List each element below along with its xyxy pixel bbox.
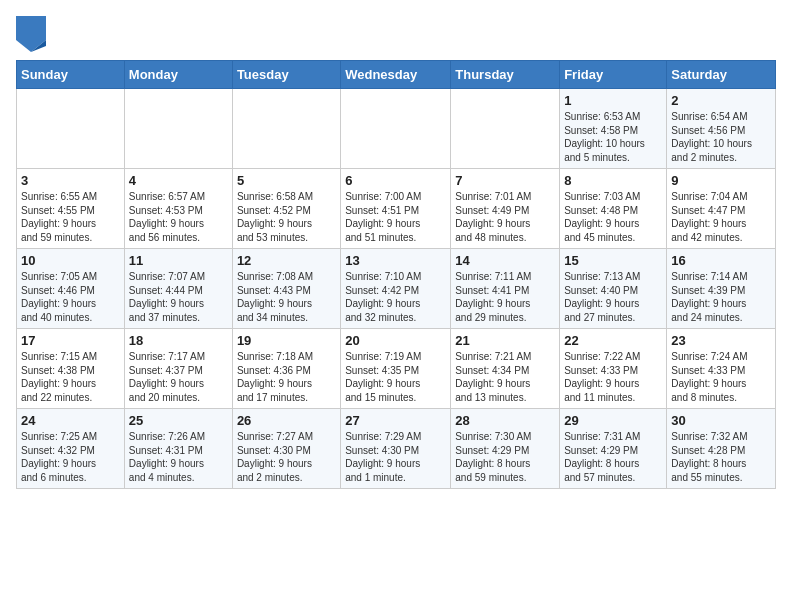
day-info: Sunrise: 7:07 AM Sunset: 4:44 PM Dayligh…: [129, 270, 228, 324]
day-number: 9: [671, 173, 771, 188]
day-number: 30: [671, 413, 771, 428]
day-number: 26: [237, 413, 336, 428]
day-number: 12: [237, 253, 336, 268]
day-cell: [341, 89, 451, 169]
day-number: 22: [564, 333, 662, 348]
day-number: 1: [564, 93, 662, 108]
day-number: 28: [455, 413, 555, 428]
day-cell: 21Sunrise: 7:21 AM Sunset: 4:34 PM Dayli…: [451, 329, 560, 409]
day-cell: 10Sunrise: 7:05 AM Sunset: 4:46 PM Dayli…: [17, 249, 125, 329]
logo: [16, 16, 50, 52]
day-cell: 5Sunrise: 6:58 AM Sunset: 4:52 PM Daylig…: [232, 169, 340, 249]
day-info: Sunrise: 7:22 AM Sunset: 4:33 PM Dayligh…: [564, 350, 662, 404]
day-number: 23: [671, 333, 771, 348]
day-number: 3: [21, 173, 120, 188]
calendar-table: SundayMondayTuesdayWednesdayThursdayFrid…: [16, 60, 776, 489]
day-number: 4: [129, 173, 228, 188]
day-number: 7: [455, 173, 555, 188]
day-info: Sunrise: 7:04 AM Sunset: 4:47 PM Dayligh…: [671, 190, 771, 244]
day-info: Sunrise: 7:26 AM Sunset: 4:31 PM Dayligh…: [129, 430, 228, 484]
calendar-header-row: SundayMondayTuesdayWednesdayThursdayFrid…: [17, 61, 776, 89]
day-number: 13: [345, 253, 446, 268]
day-info: Sunrise: 7:17 AM Sunset: 4:37 PM Dayligh…: [129, 350, 228, 404]
day-cell: 23Sunrise: 7:24 AM Sunset: 4:33 PM Dayli…: [667, 329, 776, 409]
day-cell: [17, 89, 125, 169]
day-info: Sunrise: 7:11 AM Sunset: 4:41 PM Dayligh…: [455, 270, 555, 324]
day-number: 6: [345, 173, 446, 188]
day-cell: 25Sunrise: 7:26 AM Sunset: 4:31 PM Dayli…: [124, 409, 232, 489]
day-info: Sunrise: 7:21 AM Sunset: 4:34 PM Dayligh…: [455, 350, 555, 404]
day-cell: 20Sunrise: 7:19 AM Sunset: 4:35 PM Dayli…: [341, 329, 451, 409]
col-header-wednesday: Wednesday: [341, 61, 451, 89]
day-cell: 15Sunrise: 7:13 AM Sunset: 4:40 PM Dayli…: [560, 249, 667, 329]
col-header-saturday: Saturday: [667, 61, 776, 89]
col-header-tuesday: Tuesday: [232, 61, 340, 89]
day-info: Sunrise: 6:53 AM Sunset: 4:58 PM Dayligh…: [564, 110, 662, 164]
day-cell: 26Sunrise: 7:27 AM Sunset: 4:30 PM Dayli…: [232, 409, 340, 489]
day-cell: 7Sunrise: 7:01 AM Sunset: 4:49 PM Daylig…: [451, 169, 560, 249]
day-info: Sunrise: 7:13 AM Sunset: 4:40 PM Dayligh…: [564, 270, 662, 324]
day-info: Sunrise: 7:31 AM Sunset: 4:29 PM Dayligh…: [564, 430, 662, 484]
day-info: Sunrise: 7:24 AM Sunset: 4:33 PM Dayligh…: [671, 350, 771, 404]
day-cell: 14Sunrise: 7:11 AM Sunset: 4:41 PM Dayli…: [451, 249, 560, 329]
day-info: Sunrise: 7:00 AM Sunset: 4:51 PM Dayligh…: [345, 190, 446, 244]
day-info: Sunrise: 7:01 AM Sunset: 4:49 PM Dayligh…: [455, 190, 555, 244]
day-info: Sunrise: 7:14 AM Sunset: 4:39 PM Dayligh…: [671, 270, 771, 324]
day-info: Sunrise: 7:32 AM Sunset: 4:28 PM Dayligh…: [671, 430, 771, 484]
day-cell: 24Sunrise: 7:25 AM Sunset: 4:32 PM Dayli…: [17, 409, 125, 489]
day-number: 24: [21, 413, 120, 428]
day-cell: 28Sunrise: 7:30 AM Sunset: 4:29 PM Dayli…: [451, 409, 560, 489]
week-row-1: 1Sunrise: 6:53 AM Sunset: 4:58 PM Daylig…: [17, 89, 776, 169]
day-cell: 27Sunrise: 7:29 AM Sunset: 4:30 PM Dayli…: [341, 409, 451, 489]
day-info: Sunrise: 7:29 AM Sunset: 4:30 PM Dayligh…: [345, 430, 446, 484]
day-number: 11: [129, 253, 228, 268]
day-cell: 2Sunrise: 6:54 AM Sunset: 4:56 PM Daylig…: [667, 89, 776, 169]
day-cell: 4Sunrise: 6:57 AM Sunset: 4:53 PM Daylig…: [124, 169, 232, 249]
week-row-5: 24Sunrise: 7:25 AM Sunset: 4:32 PM Dayli…: [17, 409, 776, 489]
day-cell: 29Sunrise: 7:31 AM Sunset: 4:29 PM Dayli…: [560, 409, 667, 489]
col-header-monday: Monday: [124, 61, 232, 89]
day-cell: [232, 89, 340, 169]
day-info: Sunrise: 7:27 AM Sunset: 4:30 PM Dayligh…: [237, 430, 336, 484]
day-cell: 9Sunrise: 7:04 AM Sunset: 4:47 PM Daylig…: [667, 169, 776, 249]
day-cell: 1Sunrise: 6:53 AM Sunset: 4:58 PM Daylig…: [560, 89, 667, 169]
week-row-3: 10Sunrise: 7:05 AM Sunset: 4:46 PM Dayli…: [17, 249, 776, 329]
day-info: Sunrise: 6:58 AM Sunset: 4:52 PM Dayligh…: [237, 190, 336, 244]
day-cell: 17Sunrise: 7:15 AM Sunset: 4:38 PM Dayli…: [17, 329, 125, 409]
day-cell: 22Sunrise: 7:22 AM Sunset: 4:33 PM Dayli…: [560, 329, 667, 409]
col-header-friday: Friday: [560, 61, 667, 89]
day-cell: 30Sunrise: 7:32 AM Sunset: 4:28 PM Dayli…: [667, 409, 776, 489]
day-number: 15: [564, 253, 662, 268]
day-info: Sunrise: 7:05 AM Sunset: 4:46 PM Dayligh…: [21, 270, 120, 324]
col-header-sunday: Sunday: [17, 61, 125, 89]
day-cell: [124, 89, 232, 169]
day-number: 18: [129, 333, 228, 348]
day-cell: 11Sunrise: 7:07 AM Sunset: 4:44 PM Dayli…: [124, 249, 232, 329]
day-number: 10: [21, 253, 120, 268]
day-cell: 16Sunrise: 7:14 AM Sunset: 4:39 PM Dayli…: [667, 249, 776, 329]
day-info: Sunrise: 7:03 AM Sunset: 4:48 PM Dayligh…: [564, 190, 662, 244]
day-cell: 13Sunrise: 7:10 AM Sunset: 4:42 PM Dayli…: [341, 249, 451, 329]
day-info: Sunrise: 6:54 AM Sunset: 4:56 PM Dayligh…: [671, 110, 771, 164]
day-number: 14: [455, 253, 555, 268]
day-cell: 6Sunrise: 7:00 AM Sunset: 4:51 PM Daylig…: [341, 169, 451, 249]
day-cell: 8Sunrise: 7:03 AM Sunset: 4:48 PM Daylig…: [560, 169, 667, 249]
day-info: Sunrise: 7:10 AM Sunset: 4:42 PM Dayligh…: [345, 270, 446, 324]
day-info: Sunrise: 6:55 AM Sunset: 4:55 PM Dayligh…: [21, 190, 120, 244]
day-number: 2: [671, 93, 771, 108]
day-number: 27: [345, 413, 446, 428]
day-number: 17: [21, 333, 120, 348]
day-cell: 19Sunrise: 7:18 AM Sunset: 4:36 PM Dayli…: [232, 329, 340, 409]
day-info: Sunrise: 7:30 AM Sunset: 4:29 PM Dayligh…: [455, 430, 555, 484]
week-row-4: 17Sunrise: 7:15 AM Sunset: 4:38 PM Dayli…: [17, 329, 776, 409]
day-cell: 12Sunrise: 7:08 AM Sunset: 4:43 PM Dayli…: [232, 249, 340, 329]
day-number: 20: [345, 333, 446, 348]
day-number: 25: [129, 413, 228, 428]
day-info: Sunrise: 7:15 AM Sunset: 4:38 PM Dayligh…: [21, 350, 120, 404]
day-number: 8: [564, 173, 662, 188]
col-header-thursday: Thursday: [451, 61, 560, 89]
day-info: Sunrise: 7:18 AM Sunset: 4:36 PM Dayligh…: [237, 350, 336, 404]
day-info: Sunrise: 7:25 AM Sunset: 4:32 PM Dayligh…: [21, 430, 120, 484]
week-row-2: 3Sunrise: 6:55 AM Sunset: 4:55 PM Daylig…: [17, 169, 776, 249]
day-number: 5: [237, 173, 336, 188]
